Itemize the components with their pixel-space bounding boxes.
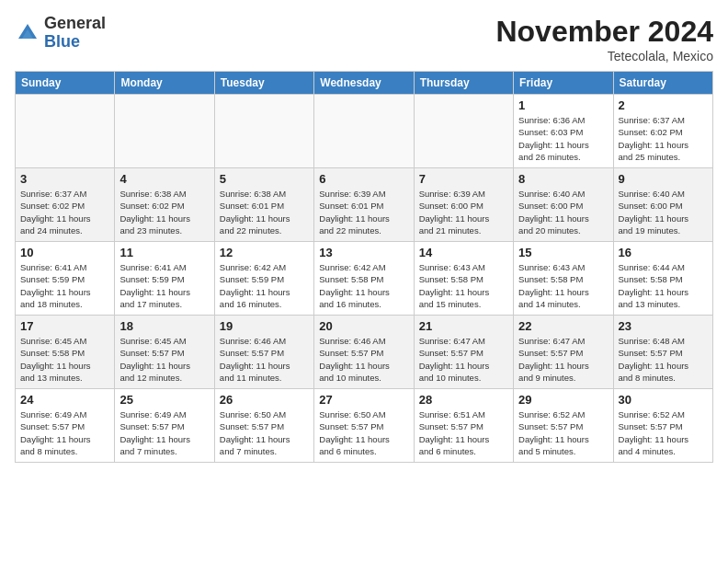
day-info: Sunrise: 6:39 AM Sunset: 6:01 PM Dayligh… <box>319 188 408 236</box>
logo-icon <box>15 20 40 46</box>
day-number: 2 <box>619 98 708 112</box>
day-info: Sunrise: 6:38 AM Sunset: 6:02 PM Dayligh… <box>119 188 209 236</box>
calendar-week-row: 3Sunrise: 6:37 AM Sunset: 6:02 PM Daylig… <box>16 168 713 242</box>
calendar-day-cell: 17Sunrise: 6:45 AM Sunset: 5:58 PM Dayli… <box>16 316 115 389</box>
day-number: 3 <box>20 172 109 186</box>
day-number: 27 <box>319 393 408 407</box>
day-info: Sunrise: 6:44 AM Sunset: 5:58 PM Dayligh… <box>619 261 708 310</box>
calendar-day-cell: 27Sunrise: 6:50 AM Sunset: 5:57 PM Dayli… <box>314 389 414 463</box>
day-info: Sunrise: 6:52 AM Sunset: 5:57 PM Dayligh… <box>518 408 608 457</box>
day-number: 12 <box>220 246 309 259</box>
calendar-day-cell: 24Sunrise: 6:49 AM Sunset: 5:57 PM Dayli… <box>16 389 115 463</box>
calendar-day-cell: 10Sunrise: 6:41 AM Sunset: 5:59 PM Dayli… <box>16 242 115 316</box>
weekday-header-wednesday: Wednesday <box>314 72 414 95</box>
calendar-week-row: 10Sunrise: 6:41 AM Sunset: 5:59 PM Dayli… <box>16 242 713 316</box>
calendar-day-cell: 26Sunrise: 6:50 AM Sunset: 5:57 PM Dayli… <box>214 389 313 463</box>
calendar-day-cell: 20Sunrise: 6:46 AM Sunset: 5:57 PM Dayli… <box>314 316 414 389</box>
day-info: Sunrise: 6:45 AM Sunset: 5:58 PM Dayligh… <box>20 335 109 384</box>
calendar-week-row: 1Sunrise: 6:36 AM Sunset: 6:03 PM Daylig… <box>16 95 713 168</box>
month-title: November 2024 <box>495 15 713 49</box>
day-number: 8 <box>518 172 608 186</box>
day-info: Sunrise: 6:43 AM Sunset: 5:58 PM Dayligh… <box>518 261 608 310</box>
calendar-week-row: 24Sunrise: 6:49 AM Sunset: 5:57 PM Dayli… <box>16 389 713 463</box>
calendar-week-row: 17Sunrise: 6:45 AM Sunset: 5:58 PM Dayli… <box>16 316 713 389</box>
day-info: Sunrise: 6:47 AM Sunset: 5:57 PM Dayligh… <box>518 335 608 384</box>
page-header: General Blue November 2024 Tetecolala, M… <box>15 15 713 63</box>
day-info: Sunrise: 6:37 AM Sunset: 6:02 PM Dayligh… <box>20 188 109 236</box>
day-info: Sunrise: 6:41 AM Sunset: 5:59 PM Dayligh… <box>20 261 109 310</box>
day-number: 10 <box>20 246 109 259</box>
calendar-day-cell: 29Sunrise: 6:52 AM Sunset: 5:57 PM Dayli… <box>514 389 613 463</box>
weekday-header-saturday: Saturday <box>613 72 712 95</box>
logo-general: General <box>44 15 106 33</box>
calendar-day-cell: 7Sunrise: 6:39 AM Sunset: 6:00 PM Daylig… <box>414 168 513 242</box>
day-info: Sunrise: 6:51 AM Sunset: 5:57 PM Dayligh… <box>419 408 508 457</box>
calendar-day-cell: 22Sunrise: 6:47 AM Sunset: 5:57 PM Dayli… <box>514 316 613 389</box>
day-number: 1 <box>518 98 608 112</box>
day-number: 19 <box>220 319 309 333</box>
day-info: Sunrise: 6:50 AM Sunset: 5:57 PM Dayligh… <box>220 408 309 457</box>
calendar-day-cell: 5Sunrise: 6:38 AM Sunset: 6:01 PM Daylig… <box>214 168 313 242</box>
day-number: 21 <box>419 319 508 333</box>
day-info: Sunrise: 6:39 AM Sunset: 6:00 PM Dayligh… <box>419 188 508 236</box>
weekday-header-sunday: Sunday <box>16 72 115 95</box>
calendar-day-cell <box>314 95 414 168</box>
day-number: 13 <box>319 246 408 259</box>
calendar-day-cell: 6Sunrise: 6:39 AM Sunset: 6:01 PM Daylig… <box>314 168 414 242</box>
calendar-table: SundayMondayTuesdayWednesdayThursdayFrid… <box>15 71 713 463</box>
day-info: Sunrise: 6:40 AM Sunset: 6:00 PM Dayligh… <box>619 188 708 236</box>
day-number: 26 <box>220 393 309 407</box>
day-number: 28 <box>419 393 508 407</box>
day-info: Sunrise: 6:36 AM Sunset: 6:03 PM Dayligh… <box>518 114 608 163</box>
calendar-day-cell: 30Sunrise: 6:52 AM Sunset: 5:57 PM Dayli… <box>613 389 712 463</box>
calendar-day-cell: 23Sunrise: 6:48 AM Sunset: 5:57 PM Dayli… <box>613 316 712 389</box>
day-number: 11 <box>119 246 209 259</box>
day-number: 18 <box>119 319 209 333</box>
day-info: Sunrise: 6:42 AM Sunset: 5:59 PM Dayligh… <box>220 261 309 310</box>
calendar-day-cell: 14Sunrise: 6:43 AM Sunset: 5:58 PM Dayli… <box>414 242 513 316</box>
calendar-day-cell: 16Sunrise: 6:44 AM Sunset: 5:58 PM Dayli… <box>613 242 712 316</box>
calendar-day-cell: 8Sunrise: 6:40 AM Sunset: 6:00 PM Daylig… <box>514 168 613 242</box>
day-number: 14 <box>419 246 508 259</box>
calendar-day-cell: 4Sunrise: 6:38 AM Sunset: 6:02 PM Daylig… <box>115 168 214 242</box>
day-info: Sunrise: 6:48 AM Sunset: 5:57 PM Dayligh… <box>619 335 708 384</box>
day-number: 6 <box>319 172 408 186</box>
weekday-header-monday: Monday <box>115 72 214 95</box>
calendar-day-cell <box>115 95 214 168</box>
location-subtitle: Tetecolala, Mexico <box>495 49 713 63</box>
calendar-day-cell: 9Sunrise: 6:40 AM Sunset: 6:00 PM Daylig… <box>613 168 712 242</box>
title-block: November 2024 Tetecolala, Mexico <box>495 15 713 63</box>
day-info: Sunrise: 6:37 AM Sunset: 6:02 PM Dayligh… <box>619 114 708 163</box>
day-number: 25 <box>119 393 209 407</box>
calendar-day-cell: 25Sunrise: 6:49 AM Sunset: 5:57 PM Dayli… <box>115 389 214 463</box>
day-info: Sunrise: 6:47 AM Sunset: 5:57 PM Dayligh… <box>419 335 508 384</box>
calendar-day-cell: 13Sunrise: 6:42 AM Sunset: 5:58 PM Dayli… <box>314 242 414 316</box>
day-info: Sunrise: 6:45 AM Sunset: 5:57 PM Dayligh… <box>119 335 209 384</box>
calendar-day-cell: 1Sunrise: 6:36 AM Sunset: 6:03 PM Daylig… <box>514 95 613 168</box>
logo-text: General Blue <box>44 15 106 52</box>
day-info: Sunrise: 6:43 AM Sunset: 5:58 PM Dayligh… <box>419 261 508 310</box>
logo: General Blue <box>15 15 106 52</box>
calendar-day-cell: 12Sunrise: 6:42 AM Sunset: 5:59 PM Dayli… <box>214 242 313 316</box>
day-number: 22 <box>518 319 608 333</box>
day-number: 16 <box>619 246 708 259</box>
day-number: 5 <box>220 172 309 186</box>
day-number: 23 <box>619 319 708 333</box>
day-info: Sunrise: 6:38 AM Sunset: 6:01 PM Dayligh… <box>220 188 309 236</box>
day-info: Sunrise: 6:50 AM Sunset: 5:57 PM Dayligh… <box>319 408 408 457</box>
calendar-day-cell <box>414 95 513 168</box>
day-number: 20 <box>319 319 408 333</box>
weekday-header-friday: Friday <box>514 72 613 95</box>
day-info: Sunrise: 6:40 AM Sunset: 6:00 PM Dayligh… <box>518 188 608 236</box>
calendar-day-cell: 28Sunrise: 6:51 AM Sunset: 5:57 PM Dayli… <box>414 389 513 463</box>
day-info: Sunrise: 6:52 AM Sunset: 5:57 PM Dayligh… <box>619 408 708 457</box>
weekday-header-row: SundayMondayTuesdayWednesdayThursdayFrid… <box>16 72 713 95</box>
day-info: Sunrise: 6:49 AM Sunset: 5:57 PM Dayligh… <box>119 408 209 457</box>
calendar-day-cell <box>16 95 115 168</box>
day-info: Sunrise: 6:42 AM Sunset: 5:58 PM Dayligh… <box>319 261 408 310</box>
logo-blue: Blue <box>44 33 106 52</box>
weekday-header-thursday: Thursday <box>414 72 513 95</box>
calendar-day-cell: 2Sunrise: 6:37 AM Sunset: 6:02 PM Daylig… <box>613 95 712 168</box>
day-info: Sunrise: 6:46 AM Sunset: 5:57 PM Dayligh… <box>220 335 309 384</box>
calendar-day-cell: 3Sunrise: 6:37 AM Sunset: 6:02 PM Daylig… <box>16 168 115 242</box>
